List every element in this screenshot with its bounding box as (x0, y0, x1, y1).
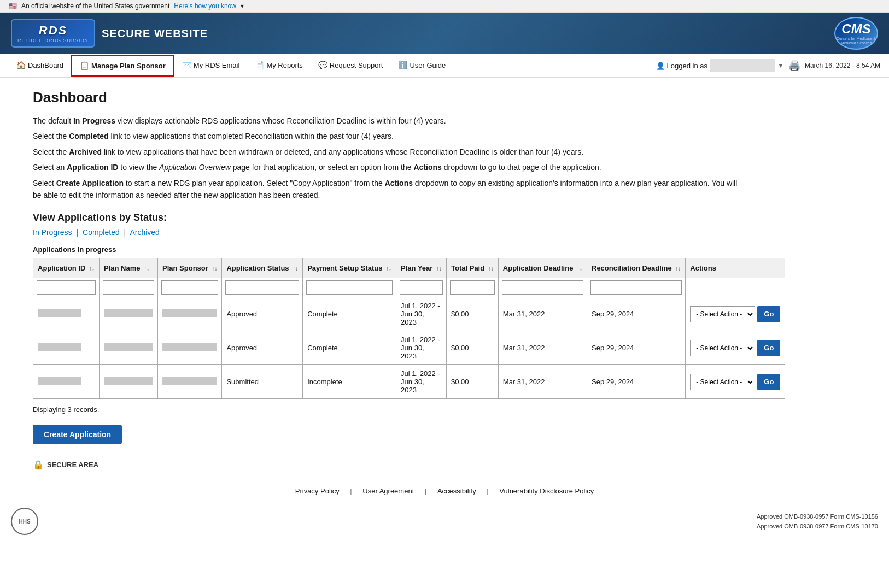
home-icon: 🏠 (16, 61, 26, 69)
action-select-1[interactable]: - Select Action - (690, 340, 755, 356)
col-app-deadline[interactable]: Application Deadline ↑↓ (498, 258, 587, 278)
sort-payment-setup[interactable]: ↑↓ (386, 266, 391, 272)
col-plan-name-label: Plan Name (104, 264, 140, 272)
filter-payment-setup[interactable] (306, 280, 393, 295)
gov-banner-link[interactable]: Here's how you know (174, 2, 236, 10)
sort-plan-name[interactable]: ↑↓ (144, 266, 149, 272)
filter-plan-sponsor[interactable] (161, 280, 218, 295)
nav-item-user-guide[interactable]: ℹ️ User Guide (390, 55, 453, 76)
main-content: Dashboard The default In Progress view d… (0, 78, 765, 481)
sort-app-id[interactable]: ↑↓ (89, 266, 95, 272)
sort-plan-sponsor[interactable]: ↑↓ (212, 266, 217, 272)
footer-privacy[interactable]: Privacy Policy (295, 487, 340, 495)
filter-recon-deadline[interactable] (590, 280, 682, 295)
report-icon: 📄 (255, 61, 264, 69)
action-select-2[interactable]: - Select Action - (690, 374, 755, 390)
cell-app-id-0 (33, 297, 100, 331)
nav-right: 👤 Logged in as ▼ 🖨️ March 16, 2022 - 8:5… (656, 59, 880, 72)
cms-logo-text: CMS (841, 21, 870, 37)
email-icon: ✉️ (182, 61, 191, 69)
logged-in-area: 👤 Logged in as ▼ (656, 59, 784, 72)
cell-app-id-2 (33, 365, 100, 399)
create-application-button[interactable]: Create Application (33, 425, 122, 444)
hhs-seal: HHS (11, 508, 38, 535)
sort-app-status[interactable]: ↑↓ (293, 266, 298, 272)
user-dropdown-arrow[interactable]: ▼ (777, 62, 784, 69)
nav-guide-label: User Guide (410, 61, 446, 69)
cell-total-paid-2: $0.00 (447, 365, 499, 399)
col-app-id[interactable]: Application ID ↑↓ (33, 258, 100, 278)
col-recon-deadline[interactable]: Reconciliation Deadline ↑↓ (587, 258, 686, 278)
filter-total-paid[interactable] (450, 280, 495, 295)
desc-completed: Select the Completed link to view applic… (33, 130, 744, 142)
nav-item-my-reports[interactable]: 📄 My Reports (247, 55, 310, 76)
nav-item-dashboard[interactable]: 🏠 DashBoard (9, 55, 71, 76)
col-plan-year[interactable]: Plan Year ↑↓ (396, 258, 447, 278)
app-id-bar-2[interactable] (38, 377, 81, 385)
bold-create-app: Create Application (56, 179, 124, 187)
table-body: ApprovedCompleteJul 1, 2022 - Jun 30, 20… (33, 297, 785, 399)
filter-plan-name-cell (100, 278, 158, 297)
filter-plan-sponsor-cell (158, 278, 222, 297)
col-actions: Actions (686, 258, 785, 278)
cell-plan-sponsor-0 (158, 297, 222, 331)
go-button-2[interactable]: Go (757, 374, 780, 390)
status-link-in-progress[interactable]: In Progress (33, 228, 72, 237)
status-link-archived[interactable]: Archived (130, 228, 159, 237)
status-link-completed[interactable]: Completed (83, 228, 120, 237)
nav-item-my-rds-email[interactable]: ✉️ My RDS Email (174, 55, 248, 76)
cell-app-deadline-1: Mar 31, 2022 (498, 331, 587, 365)
clipboard-icon: 📋 (80, 61, 89, 70)
filter-app-deadline[interactable] (502, 280, 583, 295)
cms-sub-text: Centers for Medicare & Medicaid Services (835, 37, 877, 46)
bold-app-id: Application ID (67, 163, 118, 172)
sort-plan-year[interactable]: ↑↓ (436, 266, 442, 272)
support-icon: 💬 (318, 61, 327, 69)
omb-line-1: Approved OMB-0938-0957 Form CMS-10156 (757, 511, 878, 522)
cell-recon-deadline-2: Sep 29, 2024 (587, 365, 686, 399)
footer-accessibility[interactable]: Accessibility (437, 487, 476, 495)
col-recon-deadline-label: Reconciliation Deadline (592, 264, 672, 272)
cell-total-paid-0: $0.00 (447, 297, 499, 331)
nav-item-request-support[interactable]: 💬 Request Support (311, 55, 391, 76)
rds-logo: RDS Retiree Drug Subsidy (11, 19, 95, 48)
filter-plan-name[interactable] (103, 280, 154, 295)
sort-recon-deadline[interactable]: ↑↓ (675, 266, 681, 272)
col-plan-sponsor[interactable]: Plan Sponsor ↑↓ (158, 258, 222, 278)
lock-icon: 🔒 (33, 460, 44, 470)
footer-user-agreement[interactable]: User Agreement (362, 487, 414, 495)
action-select-0[interactable]: - Select Action - (690, 306, 755, 322)
bold-in-progress: In Progress (73, 116, 115, 125)
filter-app-status[interactable] (225, 280, 299, 295)
nav-reports-label: My Reports (266, 61, 302, 69)
col-payment-setup[interactable]: Payment Setup Status ↑↓ (303, 258, 396, 278)
rds-logo-subtitle: Retiree Drug Subsidy (17, 38, 89, 43)
sort-total-paid[interactable]: ↑↓ (488, 266, 494, 272)
filter-app-id[interactable] (37, 280, 96, 295)
us-flag-icon: 🇺🇸 (9, 2, 17, 10)
go-button-1[interactable]: Go (757, 340, 780, 356)
filter-payment-setup-cell (303, 278, 396, 297)
plan-sponsor-bar-0 (162, 309, 217, 317)
go-button-0[interactable]: Go (757, 306, 780, 322)
table-header-row: Application ID ↑↓ Plan Name ↑↓ Plan Spon… (33, 258, 785, 278)
app-id-bar-1[interactable] (38, 343, 81, 351)
plan-name-bar-1 (104, 343, 153, 351)
filter-actions-cell (686, 278, 785, 297)
col-plan-name[interactable]: Plan Name ↑↓ (100, 258, 158, 278)
cell-recon-deadline-0: Sep 29, 2024 (587, 297, 686, 331)
print-icon[interactable]: 🖨️ (788, 60, 800, 72)
col-total-paid[interactable]: Total Paid ↑↓ (447, 258, 499, 278)
footer-links: Privacy Policy | User Agreement | Access… (0, 481, 889, 501)
cell-app-deadline-0: Mar 31, 2022 (498, 297, 587, 331)
col-app-status[interactable]: Application Status ↑↓ (222, 258, 303, 278)
cell-payment-setup-1: Complete (303, 331, 396, 365)
gov-banner-arrow[interactable]: ▾ (241, 2, 244, 10)
omb-line-2: Approved OMB-0938-0977 Form CMS-10170 (757, 521, 878, 532)
app-id-bar-0[interactable] (38, 309, 81, 317)
nav-item-manage-plan-sponsor[interactable]: 📋 Manage Plan Sponsor (71, 55, 174, 77)
nav-dashboard-label: DashBoard (28, 61, 63, 69)
footer-vulnerability[interactable]: Vulnerability Disclosure Policy (499, 487, 594, 495)
filter-plan-year[interactable] (400, 280, 443, 295)
sort-app-deadline[interactable]: ↑↓ (577, 266, 582, 272)
